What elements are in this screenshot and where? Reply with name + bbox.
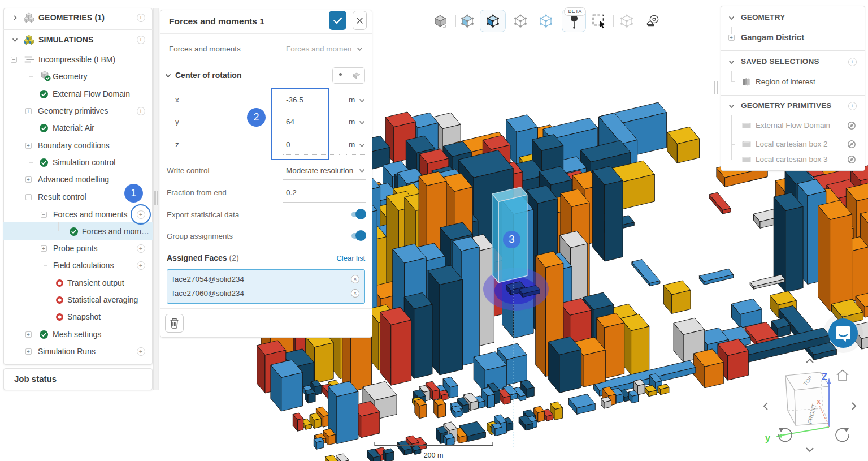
svg-text:x: x bbox=[817, 397, 821, 406]
svg-text:Z: Z bbox=[822, 372, 827, 382]
svg-text:y: y bbox=[765, 433, 770, 443]
svg-text:200 m: 200 m bbox=[424, 451, 444, 459]
